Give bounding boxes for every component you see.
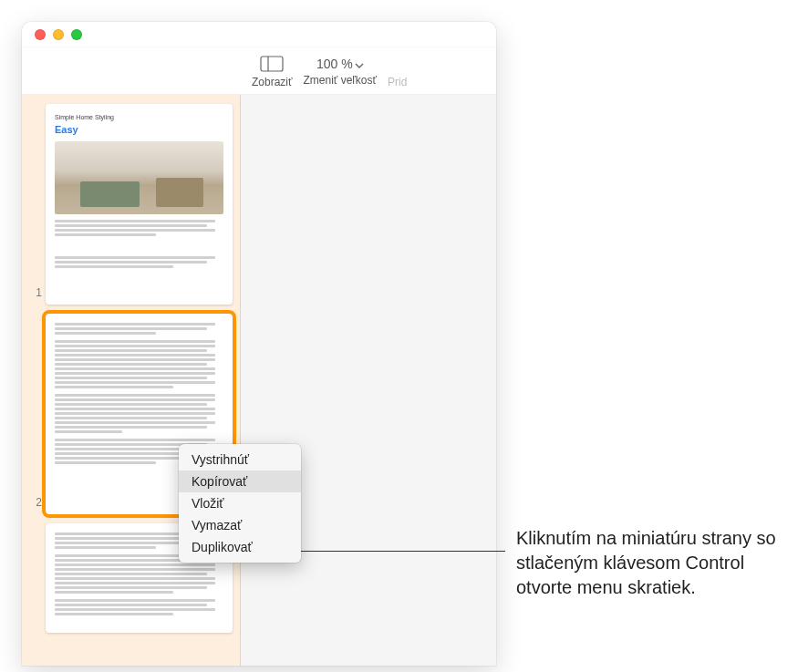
menu-item-paste[interactable]: Vložiť [179, 492, 301, 514]
callout-text: Kliknutím na miniatúru strany so stlačen… [516, 526, 781, 600]
fullscreen-window-icon[interactable] [71, 29, 82, 40]
chevron-down-icon [355, 57, 364, 71]
menu-item-duplicate[interactable]: Duplikovať [179, 536, 301, 558]
document-canvas[interactable] [241, 95, 496, 666]
context-menu: Vystrihnúť Kopírovať Vložiť Vymazať Dupl… [179, 444, 301, 563]
view-label: Zobraziť [252, 76, 293, 88]
menu-item-delete[interactable]: Vymazať [179, 514, 301, 536]
page-thumbnails-sidebar: 1 Simple Home Styling Easy 2 [22, 95, 241, 666]
view-button[interactable]: Zobraziť [252, 53, 293, 88]
callout-leader-line [290, 551, 505, 552]
thumb-title: Simple Home Styling [55, 113, 223, 121]
close-window-icon[interactable] [35, 29, 46, 40]
page-number: 1 [29, 286, 46, 305]
toolbar: Zobraziť 100 % Zmeniť veľkosť Prid [22, 47, 496, 95]
window-titlebar [22, 22, 496, 47]
zoom-percent: 100 % [316, 57, 353, 71]
next-toolbar-label: Prid [388, 76, 407, 88]
menu-item-cut[interactable]: Vystrihnúť [179, 449, 301, 470]
page-number: 2 [29, 496, 46, 514]
thumbnail-row: 1 Simple Home Styling Easy [29, 104, 233, 305]
sidebar-view-icon [260, 53, 284, 75]
zoom-button[interactable]: 100 % Zmeniť veľkosť [304, 55, 378, 87]
zoom-value-display: 100 % [313, 55, 368, 73]
app-window: Zobraziť 100 % Zmeniť veľkosť Prid 1 Sim… [22, 22, 496, 666]
zoom-label: Zmeniť veľkosť [304, 74, 378, 87]
content-area: 1 Simple Home Styling Easy 2 [22, 95, 496, 666]
minimize-window-icon[interactable] [53, 29, 64, 40]
next-toolbar-button-partial[interactable]: Prid [388, 53, 407, 88]
page-thumbnail-1[interactable]: Simple Home Styling Easy [46, 104, 233, 305]
menu-item-copy[interactable]: Kopírovať [179, 470, 301, 492]
svg-rect-0 [261, 57, 283, 71]
thumb-hero-image [55, 141, 223, 214]
page-number [29, 627, 46, 633]
thumb-title-accent: Easy [55, 123, 223, 136]
